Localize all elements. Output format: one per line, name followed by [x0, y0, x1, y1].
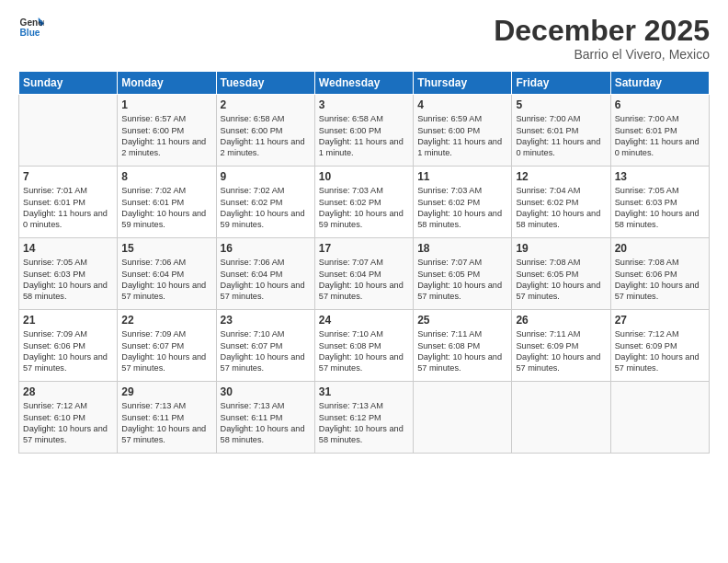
- daylight-text: Daylight: 11 hours and 0 minutes.: [615, 136, 705, 159]
- day-info: Sunrise: 7:00 AMSunset: 6:01 PMDaylight:…: [615, 113, 705, 159]
- day-info: Sunrise: 7:11 AMSunset: 6:08 PMDaylight:…: [417, 328, 507, 374]
- day-cell: 24Sunrise: 7:10 AMSunset: 6:08 PMDayligh…: [314, 310, 413, 382]
- daylight-text: Daylight: 10 hours and 57 minutes.: [417, 280, 507, 303]
- sunset-text: Sunset: 6:04 PM: [121, 269, 211, 280]
- day-number: 7: [23, 170, 113, 183]
- daylight-text: Daylight: 10 hours and 57 minutes.: [615, 351, 705, 374]
- week-row-5: 28Sunrise: 7:12 AMSunset: 6:10 PMDayligh…: [19, 382, 710, 454]
- day-cell: 28Sunrise: 7:12 AMSunset: 6:10 PMDayligh…: [19, 382, 118, 454]
- day-info: Sunrise: 7:09 AMSunset: 6:06 PMDaylight:…: [23, 328, 113, 374]
- sunset-text: Sunset: 6:04 PM: [221, 269, 311, 280]
- day-number: 28: [23, 385, 113, 398]
- day-info: Sunrise: 7:06 AMSunset: 6:04 PMDaylight:…: [121, 257, 211, 303]
- day-cell: [512, 382, 610, 454]
- day-number: 1: [121, 98, 211, 111]
- sunset-text: Sunset: 6:08 PM: [417, 340, 507, 351]
- day-info: Sunrise: 7:06 AMSunset: 6:04 PMDaylight:…: [221, 257, 311, 303]
- daylight-text: Daylight: 10 hours and 57 minutes.: [516, 351, 606, 374]
- daylight-text: Daylight: 10 hours and 58 minutes.: [417, 208, 507, 231]
- svg-text:Blue: Blue: [20, 28, 40, 38]
- daylight-text: Daylight: 10 hours and 57 minutes.: [417, 351, 507, 374]
- sunrise-text: Sunrise: 7:08 AM: [615, 257, 705, 268]
- day-cell: 2Sunrise: 6:58 AMSunset: 6:00 PMDaylight…: [216, 95, 314, 167]
- header-row: Sunday Monday Tuesday Wednesday Thursday…: [19, 72, 710, 95]
- day-cell: 4Sunrise: 6:59 AMSunset: 6:00 PMDaylight…: [414, 95, 512, 167]
- day-number: 5: [516, 98, 606, 111]
- daylight-text: Daylight: 11 hours and 0 minutes.: [516, 136, 606, 159]
- daylight-text: Daylight: 11 hours and 1 minute.: [417, 136, 507, 159]
- sunrise-text: Sunrise: 7:05 AM: [615, 185, 705, 196]
- sunrise-text: Sunrise: 7:02 AM: [121, 185, 211, 196]
- day-cell: 11Sunrise: 7:03 AMSunset: 6:02 PMDayligh…: [414, 167, 512, 238]
- week-row-2: 7Sunrise: 7:01 AMSunset: 6:01 PMDaylight…: [19, 167, 710, 238]
- daylight-text: Daylight: 10 hours and 57 minutes.: [23, 351, 113, 374]
- day-number: 13: [615, 170, 705, 183]
- sunrise-text: Sunrise: 7:09 AM: [121, 328, 211, 339]
- day-cell: 18Sunrise: 7:07 AMSunset: 6:05 PMDayligh…: [414, 238, 512, 310]
- sunset-text: Sunset: 6:03 PM: [615, 197, 705, 208]
- day-cell: 21Sunrise: 7:09 AMSunset: 6:06 PMDayligh…: [19, 310, 118, 382]
- sunrise-text: Sunrise: 7:12 AM: [23, 400, 113, 411]
- day-info: Sunrise: 7:02 AMSunset: 6:01 PMDaylight:…: [121, 185, 211, 231]
- sunrise-text: Sunrise: 6:58 AM: [221, 113, 311, 124]
- day-cell: 23Sunrise: 7:10 AMSunset: 6:07 PMDayligh…: [216, 310, 314, 382]
- week-row-1: 1Sunrise: 6:57 AMSunset: 6:00 PMDaylight…: [19, 95, 710, 167]
- sunrise-text: Sunrise: 7:02 AM: [221, 185, 311, 196]
- day-info: Sunrise: 7:09 AMSunset: 6:07 PMDaylight:…: [121, 328, 211, 374]
- daylight-text: Daylight: 10 hours and 58 minutes.: [319, 423, 409, 446]
- daylight-text: Daylight: 10 hours and 57 minutes.: [615, 280, 705, 303]
- sunrise-text: Sunrise: 7:10 AM: [221, 328, 311, 339]
- sunrise-text: Sunrise: 7:06 AM: [221, 257, 311, 268]
- day-cell: 9Sunrise: 7:02 AMSunset: 6:02 PMDaylight…: [216, 167, 314, 238]
- day-cell: [414, 382, 512, 454]
- day-cell: 26Sunrise: 7:11 AMSunset: 6:09 PMDayligh…: [512, 310, 610, 382]
- sunset-text: Sunset: 6:05 PM: [417, 269, 507, 280]
- day-info: Sunrise: 7:04 AMSunset: 6:02 PMDaylight:…: [516, 185, 606, 231]
- col-tuesday: Tuesday: [216, 72, 314, 95]
- sunrise-text: Sunrise: 7:04 AM: [516, 185, 606, 196]
- col-thursday: Thursday: [414, 72, 512, 95]
- day-number: 19: [516, 242, 606, 255]
- sunrise-text: Sunrise: 7:10 AM: [319, 328, 409, 339]
- day-number: 27: [615, 314, 705, 327]
- day-number: 6: [615, 98, 705, 111]
- sunrise-text: Sunrise: 6:58 AM: [319, 113, 409, 124]
- sunset-text: Sunset: 6:05 PM: [516, 269, 606, 280]
- sunset-text: Sunset: 6:01 PM: [615, 125, 705, 136]
- daylight-text: Daylight: 10 hours and 57 minutes.: [121, 423, 211, 446]
- day-info: Sunrise: 7:02 AMSunset: 6:02 PMDaylight:…: [221, 185, 311, 231]
- day-cell: 3Sunrise: 6:58 AMSunset: 6:00 PMDaylight…: [314, 95, 413, 167]
- day-number: 9: [221, 170, 311, 183]
- day-info: Sunrise: 7:07 AMSunset: 6:04 PMDaylight:…: [319, 257, 409, 303]
- day-number: 24: [319, 314, 409, 327]
- sunset-text: Sunset: 6:01 PM: [23, 197, 113, 208]
- day-number: 8: [121, 170, 211, 183]
- daylight-text: Daylight: 11 hours and 2 minutes.: [121, 136, 211, 159]
- day-info: Sunrise: 7:01 AMSunset: 6:01 PMDaylight:…: [23, 185, 113, 231]
- day-number: 22: [121, 314, 211, 327]
- day-number: 21: [23, 314, 113, 327]
- col-saturday: Saturday: [610, 72, 709, 95]
- day-number: 4: [417, 98, 507, 111]
- day-info: Sunrise: 7:13 AMSunset: 6:12 PMDaylight:…: [319, 400, 409, 446]
- sunrise-text: Sunrise: 7:00 AM: [615, 113, 705, 124]
- day-info: Sunrise: 7:05 AMSunset: 6:03 PMDaylight:…: [615, 185, 705, 231]
- day-info: Sunrise: 6:58 AMSunset: 6:00 PMDaylight:…: [319, 113, 409, 159]
- sunset-text: Sunset: 6:09 PM: [615, 340, 705, 351]
- sunset-text: Sunset: 6:06 PM: [23, 340, 113, 351]
- day-number: 14: [23, 242, 113, 255]
- day-cell: 10Sunrise: 7:03 AMSunset: 6:02 PMDayligh…: [314, 167, 413, 238]
- day-cell: 19Sunrise: 7:08 AMSunset: 6:05 PMDayligh…: [512, 238, 610, 310]
- day-info: Sunrise: 7:13 AMSunset: 6:11 PMDaylight:…: [121, 400, 211, 446]
- sunrise-text: Sunrise: 7:09 AM: [23, 328, 113, 339]
- daylight-text: Daylight: 10 hours and 57 minutes.: [121, 351, 211, 374]
- day-info: Sunrise: 7:10 AMSunset: 6:07 PMDaylight:…: [221, 328, 311, 374]
- col-friday: Friday: [512, 72, 610, 95]
- sunrise-text: Sunrise: 7:13 AM: [319, 400, 409, 411]
- day-number: 20: [615, 242, 705, 255]
- daylight-text: Daylight: 10 hours and 59 minutes.: [121, 208, 211, 231]
- sunset-text: Sunset: 6:09 PM: [516, 340, 606, 351]
- col-sunday: Sunday: [19, 72, 118, 95]
- day-info: Sunrise: 7:07 AMSunset: 6:05 PMDaylight:…: [417, 257, 507, 303]
- sunrise-text: Sunrise: 7:11 AM: [516, 328, 606, 339]
